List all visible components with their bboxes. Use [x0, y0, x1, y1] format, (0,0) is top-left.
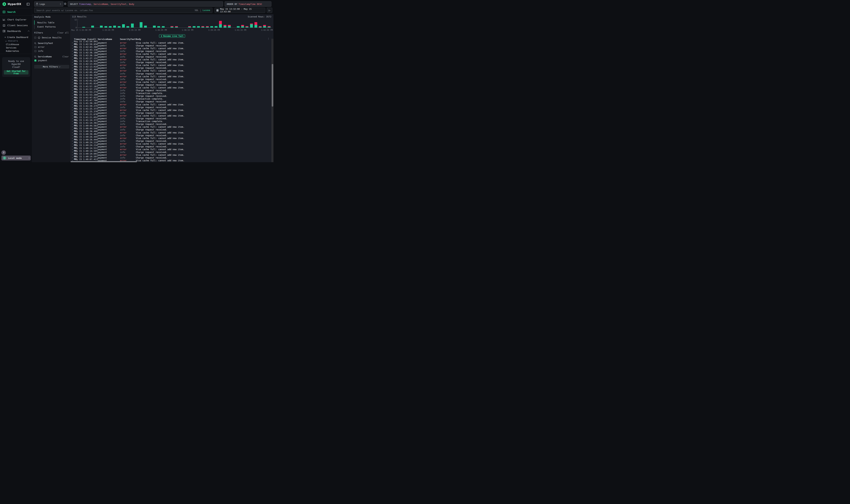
x-tick-label: 1:36:45 PM: [155, 29, 167, 31]
histogram-bar[interactable]: [259, 26, 261, 28]
histogram-bar[interactable]: [201, 26, 204, 28]
column-resize-handle[interactable]: ⋮: [96, 38, 98, 40]
column-resize-handle[interactable]: ⋮: [119, 38, 121, 40]
bar-segment-info: [109, 26, 112, 28]
bar-segment-info: [254, 25, 257, 28]
histogram-bar[interactable]: [170, 26, 173, 28]
checkbox[interactable]: [34, 46, 36, 48]
cell-severity: error: [120, 53, 136, 55]
cell-severity: error: [120, 64, 136, 67]
sidebar-item-search[interactable]: Search: [0, 8, 32, 16]
lang-toggle-lucene[interactable]: Lucene: [203, 9, 210, 12]
histogram-bar[interactable]: [268, 26, 271, 28]
histogram-bar[interactable]: [144, 25, 147, 28]
histogram-bar[interactable]: [157, 26, 160, 28]
filter-option-error[interactable]: error: [34, 46, 69, 49]
resume-live-tail-button[interactable]: Resume Live Tail: [159, 34, 185, 38]
preset-list: ClickhouseServicesKubernetes: [0, 43, 32, 53]
histogram-bar[interactable]: [131, 23, 134, 28]
gear-icon[interactable]: ⚙: [64, 2, 67, 5]
filter-group-clear-button[interactable]: Clear: [62, 55, 69, 58]
histogram-bar[interactable]: [113, 25, 116, 28]
mode-event-patterns[interactable]: Event Patterns: [34, 24, 69, 29]
sidebar-item-dashboards[interactable]: Dashboards: [0, 28, 32, 34]
sidebar-item-client-sessions[interactable]: Client Sessions: [0, 22, 32, 28]
histogram-bar[interactable]: [219, 21, 222, 28]
time-range-picker[interactable]: May 15 13:32:00 - May 15 13:43:00: [215, 8, 265, 13]
checkbox[interactable]: [34, 59, 36, 61]
histogram-bar[interactable]: [122, 24, 125, 28]
lang-toggle-sql[interactable]: SQL: [195, 9, 198, 12]
log-row[interactable]: May 15 1:42:50.843 PMpaymenterrorVisa ca…: [71, 40, 271, 43]
histogram-bar[interactable]: [109, 26, 112, 28]
histogram-bar[interactable]: [153, 25, 156, 28]
preset-item-services[interactable]: Services: [0, 46, 32, 49]
cell-severity: error: [120, 109, 136, 111]
mode-results-table[interactable]: Results Table: [34, 20, 69, 24]
more-filters-button[interactable]: More filters: [34, 65, 69, 69]
histogram-bar[interactable]: [228, 25, 231, 28]
bar-segment-info: [153, 25, 156, 28]
preset-item-clickhouse[interactable]: Clickhouse: [0, 43, 32, 46]
search-input[interactable]: Search your events w/ Lucene ex. column:…: [34, 8, 212, 13]
preset-item-kubernetes[interactable]: Kubernetes: [0, 49, 32, 53]
presets-toggle[interactable]: PRESETS: [0, 39, 32, 43]
user-menu[interactable]: U Local mode: [1, 156, 31, 160]
denoise-results-checkbox-row[interactable]: Denoise Results: [34, 36, 69, 39]
cell-severity: info: [120, 84, 136, 86]
histogram-bar[interactable]: [254, 22, 257, 28]
histogram-bar[interactable]: [100, 25, 103, 28]
bar-segment-error: [241, 25, 244, 26]
cell-servicename: payment: [98, 123, 120, 125]
calendar-icon: [216, 10, 218, 12]
histogram-bar[interactable]: [206, 26, 209, 28]
histogram-bar[interactable]: [162, 26, 165, 28]
vertical-scrollbar-thumb[interactable]: [272, 64, 273, 107]
table-menu-icon[interactable]: ⋮: [267, 37, 270, 40]
filter-option-payment[interactable]: payment: [34, 59, 69, 62]
histogram-bar[interactable]: [105, 26, 107, 28]
histogram-bar[interactable]: [193, 26, 196, 28]
denoise-checkbox[interactable]: [34, 37, 36, 39]
histogram-bar[interactable]: [223, 25, 227, 28]
sidebar-item-label: Search: [7, 11, 16, 13]
filter-option-info[interactable]: info: [34, 50, 69, 53]
checkbox[interactable]: [34, 50, 36, 52]
vertical-scrollbar-track[interactable]: [271, 39, 273, 162]
histogram-bar[interactable]: [237, 26, 240, 28]
x-tick-label: 1:42:45 PM: [261, 29, 273, 31]
clear-all-button[interactable]: Clear all: [57, 32, 69, 34]
histogram-bar[interactable]: [118, 26, 121, 28]
histogram-bar[interactable]: [250, 23, 253, 28]
cell-severity: info: [120, 92, 136, 94]
histogram-bar[interactable]: [140, 22, 143, 28]
column-resize-handle[interactable]: ⋮: [134, 38, 136, 40]
get-started-button[interactable]: Get Started for Free: [4, 70, 29, 74]
histogram-bar[interactable]: [91, 25, 94, 28]
help-button[interactable]: ?: [1, 150, 6, 155]
histogram-bar[interactable]: [82, 27, 85, 28]
sidebar-item-chart-explorer[interactable]: Chart Explorer: [0, 17, 32, 22]
orderby-clause-input[interactable]: ORDER BY TimestampTime DESC: [224, 1, 271, 7]
histogram-bar[interactable]: [197, 26, 200, 28]
collapse-sidebar-icon[interactable]: [26, 3, 30, 5]
horizontal-scrollbar-thumb[interactable]: [71, 161, 137, 162]
histogram-bar[interactable]: [188, 26, 191, 28]
results-histogram[interactable]: 12 0 May 15 1:32:00 PM1:33:45 PM1:35:15 …: [71, 14, 273, 32]
filter-group-name: ServiceName: [38, 55, 52, 58]
histogram-bar[interactable]: [246, 26, 248, 28]
histogram-bar[interactable]: [210, 26, 213, 28]
x-axis-tick: [134, 28, 135, 29]
source-select[interactable]: Logs: [34, 1, 63, 7]
run-query-button[interactable]: ▷: [267, 8, 272, 13]
create-dashboard-button[interactable]: + Create Dashboard: [0, 35, 32, 39]
histogram-bar[interactable]: [126, 26, 129, 28]
histogram-bar[interactable]: [215, 26, 217, 28]
histogram-bar[interactable]: [175, 26, 178, 28]
histogram-bar[interactable]: [241, 25, 244, 28]
analysis-mode-list: Results Table Event Patterns: [34, 20, 69, 29]
cell-servicename: payment: [98, 143, 120, 145]
histogram-bar[interactable]: [263, 25, 266, 28]
sidebar: HyperDX Search Chart Explorer C: [0, 0, 32, 162]
select-clause-input[interactable]: SELECT Timestamp, ServiceName, SeverityT…: [68, 1, 223, 7]
